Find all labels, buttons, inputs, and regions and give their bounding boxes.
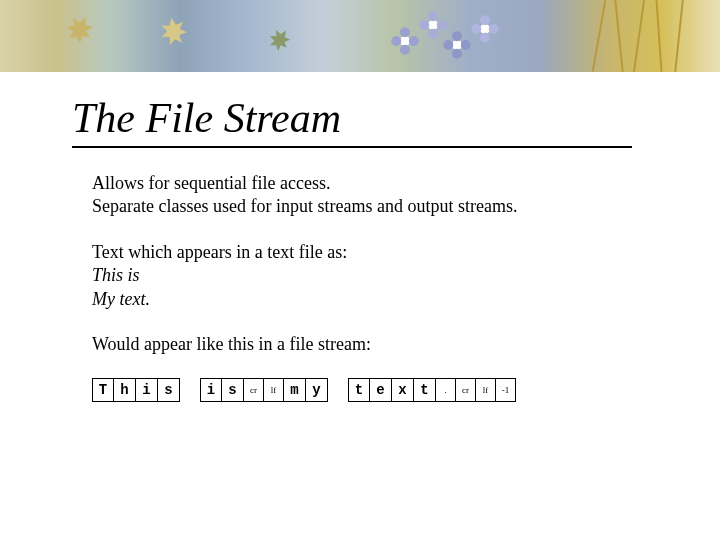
svg-point-8 (428, 29, 438, 39)
stream-cell: i (136, 378, 158, 402)
svg-point-13 (452, 49, 462, 59)
maple-leaf-icon (152, 11, 196, 55)
svg-point-16 (480, 15, 490, 25)
stream-cell: s (222, 378, 244, 402)
stream-cell: cr (244, 378, 264, 402)
stream-cell: y (306, 378, 328, 402)
slide-content: The File Stream Allows for sequential fi… (0, 72, 720, 402)
maple-leaf-icon (258, 20, 300, 62)
stream-cell: lf (476, 378, 496, 402)
svg-point-10 (452, 40, 462, 50)
stream-cell: i (200, 378, 222, 402)
example-text-line: My text. (92, 288, 660, 311)
paragraph-1: Allows for sequential file access. Separ… (92, 172, 660, 219)
svg-point-14 (443, 40, 453, 50)
stream-cell: t (348, 378, 370, 402)
text-line: Text which appears in a text file as: (92, 241, 660, 264)
stream-cell: T (92, 378, 114, 402)
stream-cell-group: text.crlf-1 (348, 378, 516, 402)
decorative-banner (0, 0, 720, 72)
svg-point-0 (400, 36, 410, 46)
stream-cell: e (370, 378, 392, 402)
file-stream-visual: Thisiscrlfmytext.crlf-1 (92, 378, 660, 402)
maple-leaf-icon (54, 6, 104, 56)
svg-point-6 (428, 11, 438, 21)
text-line: Would appear like this in a file stream: (92, 333, 660, 356)
paragraph-2: Text which appears in a text file as: Th… (92, 241, 660, 311)
stream-cell-group: iscrlfmy (200, 378, 328, 402)
stream-cell: t (414, 378, 436, 402)
stream-cell: s (158, 378, 180, 402)
stream-cell-group: This (92, 378, 180, 402)
stream-cell: . (436, 378, 456, 402)
stream-cell: cr (456, 378, 476, 402)
svg-point-1 (400, 27, 410, 37)
svg-point-7 (437, 20, 447, 30)
svg-point-19 (471, 24, 481, 34)
stream-cell: x (392, 378, 414, 402)
svg-point-11 (452, 31, 462, 41)
stream-cell: m (284, 378, 306, 402)
stream-cell: lf (264, 378, 284, 402)
slide-title: The File Stream (72, 94, 632, 148)
svg-point-17 (489, 24, 499, 34)
stream-cell: -1 (496, 378, 516, 402)
svg-point-18 (480, 33, 490, 43)
svg-point-9 (419, 20, 429, 30)
stream-cell: h (114, 378, 136, 402)
svg-point-5 (428, 20, 438, 30)
wheat-decoration (520, 0, 700, 72)
svg-point-4 (391, 36, 401, 46)
flower-cluster (390, 8, 510, 68)
text-line: Allows for sequential file access. (92, 172, 660, 195)
example-text-line: This is (92, 264, 660, 287)
svg-point-3 (400, 45, 410, 55)
svg-point-15 (480, 24, 490, 34)
text-line: Separate classes used for input streams … (92, 195, 660, 218)
paragraph-3: Would appear like this in a file stream: (92, 333, 660, 356)
